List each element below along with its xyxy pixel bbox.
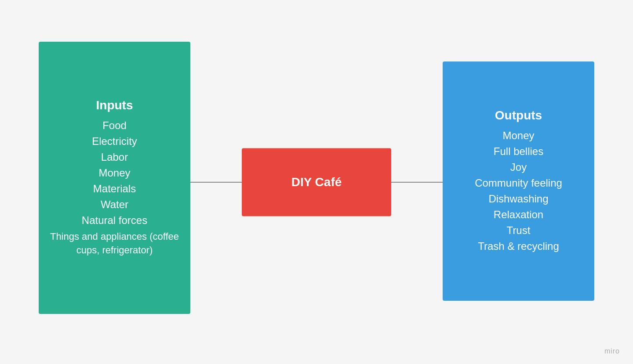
input-item-money: Money — [98, 165, 130, 181]
output-item-money: Money — [502, 128, 534, 144]
center-title: DIY Café — [291, 175, 342, 189]
outputs-title: Outputs — [495, 108, 542, 123]
inputs-title: Inputs — [96, 98, 133, 112]
input-item-food: Food — [102, 118, 127, 133]
miro-watermark: miro — [604, 347, 620, 355]
outputs-box: Outputs Money Full bellies Joy Community… — [443, 61, 594, 301]
input-item-water: Water — [101, 197, 128, 213]
input-item-natural-forces: Natural forces — [82, 213, 147, 228]
input-item-electricity: Electricity — [92, 133, 137, 149]
output-item-full-bellies: Full bellies — [494, 144, 543, 159]
output-item-dishwashing: Dishwashing — [488, 191, 548, 207]
input-item-labor: Labor — [101, 149, 128, 165]
input-item-things: Things and appliances (coffee cups, refr… — [47, 230, 182, 257]
input-item-materials: Materials — [93, 181, 136, 197]
output-item-joy: Joy — [510, 159, 527, 175]
output-item-trash: Trash & recycling — [478, 238, 559, 254]
diagram-container: Inputs Food Electricity Labor Money Mate… — [0, 0, 633, 364]
output-item-relaxation: Relaxation — [494, 207, 543, 223]
center-box: DIY Café — [242, 148, 391, 216]
output-item-community: Community feeling — [475, 175, 562, 191]
inputs-box: Inputs Food Electricity Labor Money Mate… — [39, 42, 190, 314]
output-item-trust: Trust — [507, 223, 531, 238]
